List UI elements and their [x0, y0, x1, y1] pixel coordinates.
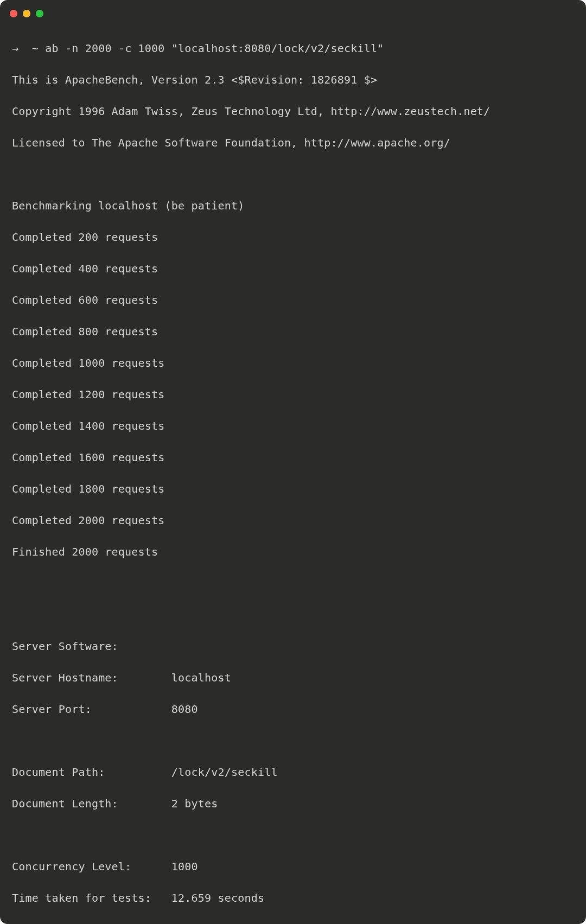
progress-line: Completed 1400 requests	[12, 418, 574, 434]
progress-line: Completed 1200 requests	[12, 387, 574, 403]
progress-line: Completed 1800 requests	[12, 481, 574, 497]
progress-line: Completed 2000 requests	[12, 513, 574, 528]
zoom-icon[interactable]	[36, 10, 43, 17]
prompt-arrow-icon: →	[12, 42, 18, 55]
kv-line: Concurrency Level: 1000	[12, 859, 574, 875]
finished-line: Finished 2000 requests	[12, 544, 574, 560]
titlebar	[0, 7, 586, 23]
benchmarking-line: Benchmarking localhost (be patient)	[12, 198, 574, 214]
kv-line: Server Port: 8080	[12, 702, 574, 717]
terminal-window: → ~ ab -n 2000 -c 1000 "localhost:8080/l…	[0, 0, 586, 924]
minimize-icon[interactable]	[23, 10, 30, 17]
blank-line	[12, 167, 574, 182]
prompt-cwd: ~	[32, 42, 39, 55]
kv-line: Server Hostname: localhost	[12, 670, 574, 686]
blank-line	[12, 576, 574, 591]
blank-line	[12, 607, 574, 623]
kv-line: Document Length: 2 bytes	[12, 796, 574, 812]
close-icon[interactable]	[10, 10, 17, 17]
kv-line: Server Software:	[12, 639, 574, 654]
prompt-line: → ~ ab -n 2000 -c 1000 "localhost:8080/l…	[12, 41, 574, 56]
progress-line: Completed 1600 requests	[12, 450, 574, 466]
kv-line: Document Path: /lock/v2/seckill	[12, 764, 574, 780]
ab-version: This is ApacheBench, Version 2.3 <$Revis…	[12, 72, 574, 88]
progress-line: Completed 200 requests	[12, 230, 574, 245]
progress-line: Completed 1000 requests	[12, 355, 574, 371]
kv-line: Complete requests: 2000	[12, 922, 574, 924]
progress-line: Completed 600 requests	[12, 292, 574, 308]
progress-line: Completed 400 requests	[12, 261, 574, 277]
terminal-output[interactable]: → ~ ab -n 2000 -c 1000 "localhost:8080/l…	[0, 23, 586, 924]
ab-copyright: Copyright 1996 Adam Twiss, Zeus Technolo…	[12, 104, 574, 119]
ab-license: Licensed to The Apache Software Foundati…	[12, 135, 574, 151]
blank-line	[12, 827, 574, 843]
command-text: ab -n 2000 -c 1000 "localhost:8080/lock/…	[45, 42, 384, 55]
kv-line: Time taken for tests: 12.659 seconds	[12, 890, 574, 906]
blank-line	[12, 733, 574, 749]
progress-line: Completed 800 requests	[12, 324, 574, 340]
